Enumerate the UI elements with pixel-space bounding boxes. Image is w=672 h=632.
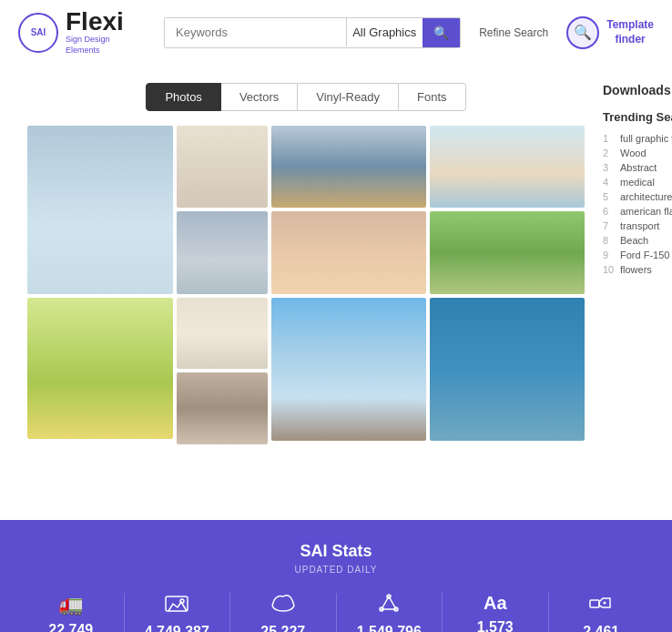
search-input[interactable] [165,18,346,46]
svg-line-2 [272,600,274,606]
stat-vehicle-templates: 🚛 22,749 VEHICLE TEMPLATES [18,593,125,632]
trending-list: 1full graphic vehicle 2Wood 3Abstract 4m… [603,131,672,277]
search-bar[interactable]: All Graphics Photos Vectors Fonts Vinyl-… [164,17,461,48]
trending-item-2[interactable]: 2Wood [603,146,672,160]
photo-freckled-boy[interactable] [271,211,426,294]
trending-item-9[interactable]: 9Ford F-150 [603,248,672,262]
stats-title: SAI Stats [18,542,654,561]
grid-col-4 [430,126,585,444]
svg-point-1 [180,599,184,603]
stat-photos-number: 4,749,387 [132,624,223,632]
stat-vehicle-number: 22,749 [25,622,117,632]
grid-col-3 [271,126,426,444]
logo-title: Flexi [66,9,124,35]
photo-giraffe[interactable] [177,298,268,369]
trending-item-10[interactable]: 10flowers [603,262,672,277]
photo-sushi[interactable] [27,298,173,439]
stat-wrap: 2,461 WRAP ARTWORK [549,593,655,632]
template-finder-label: Templatefinder [606,18,654,46]
downloads-title: Downloads [603,83,671,97]
logo-icon: SAI [18,13,58,53]
photo-hiker[interactable] [271,126,426,208]
logo-subtitle: Sign DesignElements [66,35,124,56]
graphics-select[interactable]: All Graphics Photos Vectors Fonts Vinyl-… [347,18,423,46]
search-button[interactable]: 🔍 [423,18,460,47]
stat-vectors-number: 1,549,796 [344,624,435,632]
grid-col-2 [177,126,268,444]
grid-col-1 [27,126,173,444]
photo-swimmer[interactable] [430,298,585,441]
trending-item-4[interactable]: 4medical [603,175,672,189]
gallery-area: Photos Vectors Vinyl-Ready Fonts [27,83,585,502]
trending-item-6[interactable]: 6american flag [603,204,672,219]
stats-footer: SAI Stats UPDATED DAILY 🚛 22,749 VEHICLE… [0,520,672,632]
photo-woman-hair[interactable] [27,126,173,294]
trending-title: Trending Searches [603,110,672,124]
stat-vinyl-number: 25,227 [238,624,329,632]
vinyl-icon [238,593,329,618]
search-select-wrap: All Graphics Photos Vectors Fonts Vinyl-… [346,18,423,46]
template-finder-icon: 🔍 [566,16,599,49]
vectors-icon [344,593,435,618]
photo-beach-kids[interactable] [430,126,585,208]
stat-fonts: Aa 1,573 PROFESSIONAL FONTS [443,593,549,632]
wrap-icon [556,593,647,618]
photo-woman-portrait[interactable] [177,126,268,208]
logo-text: Flexi Sign DesignElements [66,9,124,56]
sidebar: Downloads View all Trending Searches 1fu… [603,83,672,502]
tab-vectors[interactable]: Vectors [221,83,298,111]
trending-item-3[interactable]: 3Abstract [603,160,672,175]
photo-sheepdog[interactable] [177,211,268,294]
trending-section: Trending Searches 1full graphic vehicle … [603,110,672,277]
stats-subtitle: UPDATED DAILY [18,565,654,575]
stat-fonts-number: 1,573 [450,619,541,632]
tab-fonts[interactable]: Fonts [399,83,466,111]
svg-point-9 [604,602,606,605]
photo-grid [27,126,585,444]
logo-area: SAI Flexi Sign DesignElements [18,9,146,56]
trending-item-1[interactable]: 1full graphic vehicle [603,131,672,146]
photo-mountains[interactable] [271,298,426,441]
stat-vectors: 1,549,796 VECTOR ILLUSTRATIONS [337,593,443,632]
svg-line-3 [292,600,294,606]
tab-vinyl-ready[interactable]: Vinyl-Ready [298,83,399,111]
main-content: Photos Vectors Vinyl-Ready Fonts [0,65,672,520]
trending-item-5[interactable]: 5architecture [603,189,672,204]
stat-photos: 4,749,387 SUPER HI-RES PHOTOS [125,593,231,632]
template-finder-button[interactable]: 🔍 Templatefinder [566,16,654,49]
photo-windmill[interactable] [430,211,585,294]
photo-man-phone[interactable] [177,372,268,444]
trending-item-7[interactable]: 7transport [603,219,672,233]
header: SAI Flexi Sign DesignElements All Graphi… [0,0,672,65]
photos-icon [132,593,223,618]
fonts-icon: Aa [450,593,541,614]
stats-grid: 🚛 22,749 VEHICLE TEMPLATES 4,749,387 SUP… [18,593,654,632]
downloads-header: Downloads View all [603,83,672,97]
refine-search-link[interactable]: Refine Search [479,26,548,39]
vehicle-icon: 🚛 [25,593,117,617]
svg-rect-7 [590,600,599,607]
svg-rect-0 [166,596,188,611]
trending-item-8[interactable]: 8Beach [603,233,672,248]
tab-bar: Photos Vectors Vinyl-Ready Fonts [27,83,585,111]
tab-photos[interactable]: Photos [146,83,220,111]
stat-vinyl: 25,227 VINYL-READY [230,593,337,632]
stat-wrap-number: 2,461 [556,624,647,632]
